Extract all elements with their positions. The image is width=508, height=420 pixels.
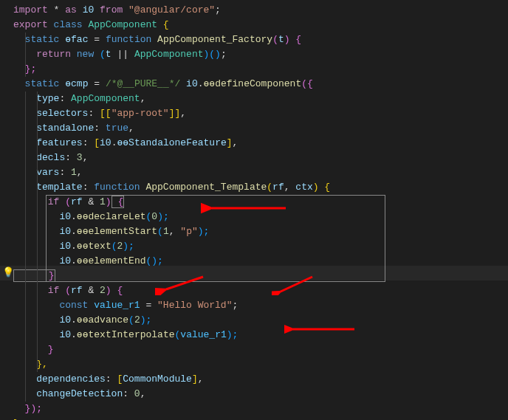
code-line: },: [13, 357, 508, 372]
lightbulb-icon[interactable]: 💡: [2, 266, 14, 280]
code-line: const value_r1 = "Hello World";: [13, 298, 508, 313]
code-line: selectors: [["app-root"]],: [13, 106, 508, 121]
code-line: if (rf & 2) {: [13, 283, 508, 298]
code-line: }: [13, 269, 508, 283]
code-line: template: function AppComponent_Template…: [13, 180, 508, 195]
code-line: standalone: true,: [13, 121, 508, 136]
code-line: changeDetection: 0,: [13, 387, 508, 402]
code-line: dependencies: [CommonModule],: [13, 372, 508, 387]
code-line: i0.ɵɵtextInterpolate(value_r1);: [13, 328, 508, 342]
code-line: i0.ɵɵdeclareLet(0);: [13, 210, 508, 224]
code-line: if (rf & 1) {: [13, 195, 508, 210]
code-line: static ɵcmp = /*@__PURE__*/ i0.ɵɵdefineC…: [13, 77, 508, 92]
code-line: vars: 1,: [13, 165, 508, 180]
code-line: };: [13, 62, 508, 77]
code-line: import * as i0 from "@angular/core";: [13, 3, 508, 18]
code-line: type: AppComponent,: [13, 92, 508, 106]
code-line: }: [13, 342, 508, 357]
code-line: static ɵfac = function AppComponent_Fact…: [13, 32, 508, 47]
code-line: i0.ɵɵtext(2);: [13, 239, 508, 254]
code-editor[interactable]: import * as i0 from "@angular/core"; exp…: [0, 0, 508, 420]
code-line: });: [13, 402, 508, 416]
code-line: i0.ɵɵelementEnd();: [13, 254, 508, 269]
code-line: i0.ɵɵelementStart(1, "p");: [13, 224, 508, 239]
code-line: return new (t || AppComponent)();: [13, 47, 508, 62]
code-line: features: [i0.ɵɵStandaloneFeature],: [13, 136, 508, 151]
code-line: i0.ɵɵadvance(2);: [13, 313, 508, 328]
code-line: }: [13, 416, 508, 420]
code-line: decls: 3,: [13, 151, 508, 165]
code-line: export class AppComponent {: [13, 18, 508, 32]
